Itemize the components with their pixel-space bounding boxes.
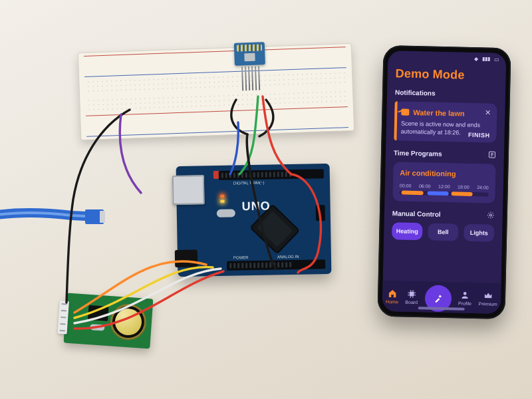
app-screen: ◆ ▮▮▮ ▭ Demo Mode Notifications Water th… bbox=[382, 51, 507, 314]
program-card[interactable]: Air conditioning 00:00 06:00 12:00 18:00… bbox=[392, 162, 495, 203]
tick: 18:00 bbox=[458, 185, 469, 190]
bluetooth-module bbox=[234, 42, 266, 91]
battery-icon: ▭ bbox=[494, 56, 499, 62]
manual-tabs: Heating Bell Lights bbox=[392, 223, 495, 242]
nav-label: Board bbox=[405, 299, 418, 304]
nav-home[interactable]: Home bbox=[386, 289, 398, 304]
nav-board[interactable]: Board bbox=[405, 289, 418, 304]
section-notifications: Notifications bbox=[395, 88, 497, 98]
power-analog-header bbox=[227, 259, 325, 271]
nav-premium[interactable]: Premium bbox=[478, 291, 497, 307]
board-model-label: UNO bbox=[241, 200, 270, 214]
tick: 06:00 bbox=[419, 184, 431, 188]
crystal-oscillator bbox=[217, 209, 235, 217]
nav-scenes[interactable] bbox=[425, 297, 452, 297]
user-icon bbox=[460, 290, 469, 299]
edit-program-icon[interactable] bbox=[488, 151, 496, 159]
tx-led-icon bbox=[220, 200, 224, 203]
rtc-crystal bbox=[90, 324, 105, 331]
rtc-ic bbox=[88, 305, 108, 321]
tick: 24:00 bbox=[477, 185, 489, 190]
nav-label: Home bbox=[386, 299, 398, 304]
app-title: Demo Mode bbox=[395, 66, 497, 82]
section-time-programs: Time Programs bbox=[394, 149, 496, 159]
magic-icon bbox=[434, 294, 443, 303]
svg-point-3 bbox=[489, 214, 491, 216]
gear-icon[interactable] bbox=[487, 211, 495, 219]
tab-bell[interactable]: Bell bbox=[428, 223, 459, 241]
smartphone: ◆ ▮▮▮ ▭ Demo Mode Notifications Water th… bbox=[377, 45, 511, 319]
section-manual-control-label: Manual Control bbox=[392, 209, 441, 218]
program-ticks: 00:00 06:00 12:00 18:00 24:00 bbox=[400, 184, 489, 190]
power-led-icon bbox=[220, 195, 224, 198]
close-icon[interactable]: ✕ bbox=[483, 108, 491, 116]
analog-label: ANALOG IN bbox=[277, 255, 299, 259]
home-icon bbox=[388, 289, 397, 298]
watering-can-icon bbox=[401, 109, 409, 116]
program-title: Air conditioning bbox=[400, 169, 489, 179]
digital-label: DIGITAL PWM(~) bbox=[233, 181, 265, 186]
digital-header bbox=[219, 169, 324, 180]
program-bar bbox=[400, 191, 489, 197]
tick: 00:00 bbox=[400, 184, 412, 188]
barrel-jack bbox=[175, 249, 198, 267]
wifi-icon: ◆ bbox=[474, 55, 478, 61]
section-time-programs-label: Time Programs bbox=[394, 149, 442, 158]
signal-icon: ▮▮▮ bbox=[482, 56, 490, 62]
notification-card[interactable]: Water the lawn ✕ Scene is active now and… bbox=[394, 101, 497, 143]
svg-rect-0 bbox=[85, 209, 104, 224]
section-notifications-label: Notifications bbox=[395, 88, 436, 96]
tick: 12:00 bbox=[438, 184, 450, 189]
section-manual-control: Manual Control bbox=[392, 209, 495, 219]
nav-label: Profile bbox=[458, 301, 471, 305]
arduino-uno-board: DIGITAL PWM(~) POWER ANALOG IN UNO bbox=[176, 164, 332, 277]
chip-icon bbox=[407, 289, 416, 298]
usb-cable bbox=[0, 203, 105, 230]
breadboard bbox=[78, 43, 354, 140]
icsp-header bbox=[316, 205, 325, 221]
power-label: POWER bbox=[233, 255, 249, 259]
tab-heating[interactable]: Heating bbox=[392, 223, 423, 241]
finish-button[interactable]: FINISH bbox=[468, 132, 490, 139]
nav-label: Premium bbox=[478, 301, 497, 307]
rtc-module bbox=[64, 293, 154, 349]
notification-title: Water the lawn bbox=[413, 108, 464, 118]
svg-rect-4 bbox=[409, 291, 414, 296]
usb-b-port bbox=[172, 175, 205, 205]
nav-profile[interactable]: Profile bbox=[458, 290, 471, 305]
tab-lights[interactable]: Lights bbox=[464, 224, 495, 242]
workbench-photo: DIGITAL PWM(~) POWER ANALOG IN UNO bbox=[0, 0, 532, 399]
svg-rect-1 bbox=[100, 211, 105, 223]
svg-point-5 bbox=[464, 292, 467, 295]
crown-icon bbox=[483, 291, 493, 300]
